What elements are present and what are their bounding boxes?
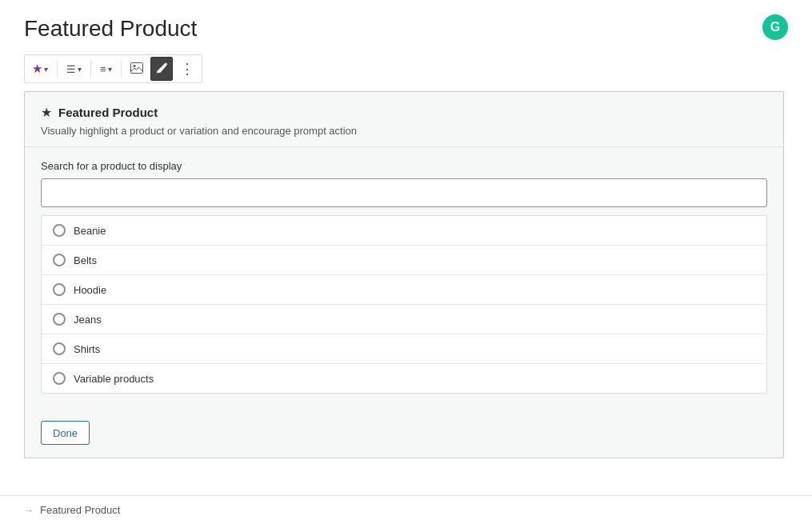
widget-description: Visually highlight a product or variatio… xyxy=(41,125,767,137)
star-icon: ★ xyxy=(32,62,42,76)
more-icon: ⋮ xyxy=(180,62,194,76)
search-label: Search for a product to display xyxy=(41,160,767,172)
star-chevron: ▾ xyxy=(44,65,48,74)
image-button[interactable] xyxy=(125,57,149,81)
text-align-icon: ≡ xyxy=(100,63,106,75)
list-item[interactable]: Beanie xyxy=(42,216,766,246)
bottom-arrow: → xyxy=(24,505,34,516)
product-name: Variable products xyxy=(74,373,154,385)
product-name: Jeans xyxy=(74,314,102,326)
done-button[interactable]: Done xyxy=(41,421,90,445)
block-align-button[interactable]: ☰ ▾ xyxy=(61,57,87,81)
text-align-chevron: ▾ xyxy=(108,65,112,74)
list-item[interactable]: Belts xyxy=(42,246,766,275)
list-item[interactable]: Shirts xyxy=(42,334,766,364)
divider-3 xyxy=(121,61,122,77)
grammarly-badge[interactable]: G xyxy=(762,14,788,40)
svg-point-1 xyxy=(133,65,135,67)
radio-button[interactable] xyxy=(53,372,66,385)
product-name: Beanie xyxy=(74,225,106,237)
radio-button[interactable] xyxy=(53,313,66,326)
toolbar: ★ ▾ ☰ ▾ ≡ ▾ xyxy=(24,54,202,83)
divider-1 xyxy=(57,61,58,77)
done-button-row: Done xyxy=(25,410,783,458)
bottom-bar: → Featured Product xyxy=(0,495,812,524)
block-align-icon: ☰ xyxy=(66,63,76,75)
list-item[interactable]: Variable products xyxy=(42,364,766,393)
search-input[interactable] xyxy=(41,178,767,207)
radio-button[interactable] xyxy=(53,224,66,237)
bottom-label: Featured Product xyxy=(40,504,120,516)
pencil-button[interactable] xyxy=(150,57,173,81)
toolbar-group-block: ☰ ▾ xyxy=(61,57,87,81)
widget-body: Search for a product to display BeanieBe… xyxy=(25,147,783,410)
widget-title-row: ★ Featured Product xyxy=(41,105,767,120)
page-title: Featured Product xyxy=(24,16,788,42)
more-options-button[interactable]: ⋮ xyxy=(174,57,200,81)
toolbar-group-align: ≡ ▾ xyxy=(94,57,118,81)
text-align-button[interactable]: ≡ ▾ xyxy=(94,57,118,81)
product-name: Shirts xyxy=(74,343,100,355)
widget-header: ★ Featured Product Visually highlight a … xyxy=(25,92,783,147)
page-container: Featured Product G ★ ▾ ☰ ▾ ≡ ▾ xyxy=(0,0,812,524)
radio-button[interactable] xyxy=(53,342,66,355)
radio-button[interactable] xyxy=(53,254,66,266)
pencil-icon xyxy=(156,62,167,76)
block-chevron: ▾ xyxy=(78,65,82,74)
widget-title: Featured Product xyxy=(58,106,158,119)
widget-container: ★ Featured Product Visually highlight a … xyxy=(24,91,784,458)
product-name: Belts xyxy=(74,254,97,266)
product-name: Hoodie xyxy=(74,284,106,296)
list-item[interactable]: Hoodie xyxy=(42,275,766,305)
divider-2 xyxy=(90,61,91,77)
product-list: BeanieBeltsHoodieJeansShirtsVariable pro… xyxy=(41,215,767,394)
svg-rect-0 xyxy=(130,62,142,73)
star-button[interactable]: ★ ▾ xyxy=(26,57,54,81)
radio-button[interactable] xyxy=(53,283,66,296)
toolbar-group-star: ★ ▾ xyxy=(26,57,54,81)
widget-star-icon: ★ xyxy=(41,105,52,120)
image-icon xyxy=(130,62,143,76)
list-item[interactable]: Jeans xyxy=(42,305,766,334)
